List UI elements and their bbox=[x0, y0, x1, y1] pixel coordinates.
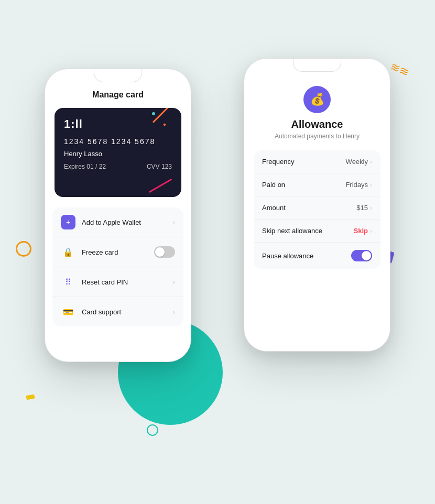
paid-on-value: Fridays bbox=[345, 181, 368, 189]
allowance-row-pause[interactable]: Pause allowance bbox=[254, 243, 380, 269]
wallet-label: Add to Apple Wallet bbox=[82, 218, 172, 226]
wallet-icon: + bbox=[61, 215, 75, 229]
amount-label: Amount bbox=[262, 204, 286, 212]
phone2-left-btn2 bbox=[244, 140, 244, 158]
cvv-value: 123 bbox=[161, 163, 172, 170]
phone-right-btn bbox=[191, 137, 191, 166]
phone-left-btn2 bbox=[45, 150, 45, 169]
frequency-value: Weekly bbox=[346, 158, 368, 166]
expires-value: 01 / 22 bbox=[86, 163, 106, 170]
paid-on-chevron: › bbox=[370, 181, 372, 189]
menu-item-freeze[interactable]: 🔒 Freeze card bbox=[52, 237, 183, 267]
freeze-toggle[interactable] bbox=[154, 246, 175, 258]
phone-left-btn1 bbox=[45, 127, 45, 145]
card-bottom: Expires 01 / 22 CVV 123 bbox=[64, 163, 172, 170]
amount-value-container: $15 › bbox=[356, 204, 372, 212]
lock-icon: 🔒 bbox=[61, 245, 75, 259]
allowance-row-skip[interactable]: Skip next allowance Skip › bbox=[254, 220, 380, 243]
pause-toggle[interactable] bbox=[351, 250, 372, 261]
card-deco2 bbox=[152, 112, 155, 115]
pin-icon: ⠿ bbox=[61, 275, 75, 289]
allowance-row-amount[interactable]: Amount $15 › bbox=[254, 196, 380, 220]
amount-value: $15 bbox=[356, 204, 368, 212]
phone-left-content: Manage card 1:ll 1234 5678 1234 5678 Hen… bbox=[45, 69, 191, 361]
wallet-chevron: › bbox=[172, 218, 175, 226]
phone-left: Manage card 1:ll 1234 5678 1234 5678 Hen… bbox=[45, 69, 191, 362]
freeze-label: Freeze card bbox=[82, 248, 154, 256]
card-deco4 bbox=[149, 179, 172, 193]
frequency-chevron: › bbox=[370, 158, 372, 166]
phone2-right-btn bbox=[390, 127, 390, 156]
frequency-value-container: Weekly › bbox=[346, 158, 372, 166]
support-label: Card support bbox=[82, 308, 172, 316]
manage-card-title: Manage card bbox=[45, 86, 191, 100]
pause-label: Pause allowance bbox=[262, 252, 313, 260]
paid-on-label: Paid on bbox=[262, 181, 285, 189]
pin-chevron: › bbox=[172, 278, 175, 286]
credit-card: 1:ll 1234 5678 1234 5678 Henry Lasso Exp… bbox=[55, 108, 181, 197]
skip-value-container: Skip › bbox=[354, 227, 372, 235]
card-cvv: CVV 123 bbox=[147, 163, 172, 170]
skip-chevron: › bbox=[370, 227, 372, 235]
allowance-subtitle: Automated payments to Henry bbox=[275, 133, 360, 140]
card-number: 1234 5678 1234 5678 bbox=[64, 137, 172, 146]
cvv-label: CVV bbox=[147, 163, 160, 170]
allowance-title: Allowance bbox=[291, 118, 343, 130]
freeze-toggle-knob bbox=[155, 247, 165, 257]
paid-on-value-container: Fridays › bbox=[345, 181, 372, 189]
phone-right-content: 💰 Allowance Automated payments to Henry … bbox=[244, 59, 390, 351]
phone-right: 💰 Allowance Automated payments to Henry … bbox=[244, 58, 390, 352]
support-icon: 💳 bbox=[61, 304, 75, 319]
allowance-icon: 💰 bbox=[303, 86, 331, 113]
allowance-content: 💰 Allowance Automated payments to Henry … bbox=[244, 75, 390, 269]
skip-label: Skip next allowance bbox=[262, 227, 322, 235]
support-chevron: › bbox=[172, 308, 175, 316]
phone2-left-btn1 bbox=[244, 116, 244, 135]
allowance-rows: Frequency Weekly › Paid on Fridays › bbox=[254, 150, 380, 269]
menu-item-support[interactable]: 💳 Card support › bbox=[52, 297, 183, 326]
menu-list: + Add to Apple Wallet › 🔒 Freeze card ⠿ … bbox=[52, 207, 183, 326]
frequency-label: Frequency bbox=[262, 158, 294, 166]
amount-chevron: › bbox=[370, 204, 372, 212]
pin-label: Reset card PIN bbox=[82, 278, 172, 286]
pause-toggle-knob bbox=[362, 251, 371, 260]
card-expiry: Expires 01 / 22 bbox=[64, 163, 106, 170]
allowance-row-frequency[interactable]: Frequency Weekly › bbox=[254, 150, 380, 173]
skip-value: Skip bbox=[354, 227, 368, 235]
phones-container: Manage card 1:ll 1234 5678 1234 5678 Hen… bbox=[13, 27, 422, 477]
menu-item-wallet[interactable]: + Add to Apple Wallet › bbox=[52, 207, 183, 237]
card-holder-name: Henry Lasso bbox=[64, 150, 172, 158]
menu-item-pin[interactable]: ⠿ Reset card PIN › bbox=[52, 267, 183, 297]
allowance-row-paid-on[interactable]: Paid on Fridays › bbox=[254, 173, 380, 196]
expires-label: Expires bbox=[64, 163, 85, 170]
